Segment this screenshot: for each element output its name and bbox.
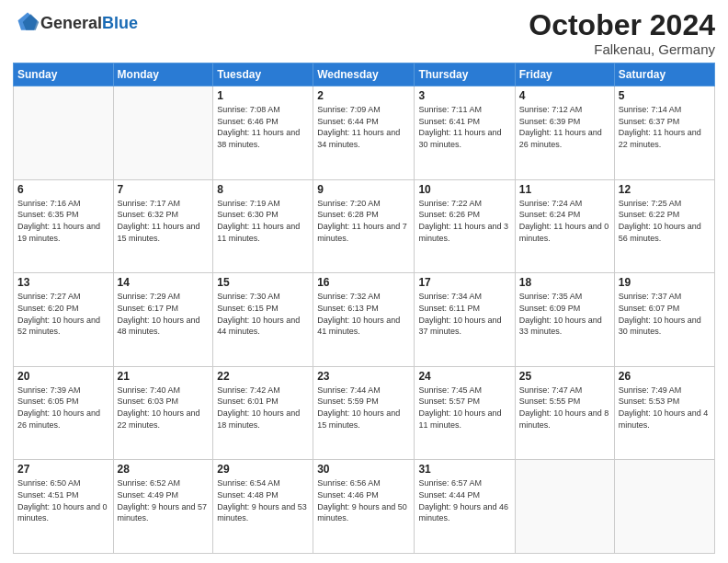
day-info: Sunrise: 7:34 AM Sunset: 6:11 PM Dayligh…	[418, 291, 510, 337]
day-number: 3	[418, 89, 510, 102]
day-number: 15	[217, 276, 309, 289]
day-number: 20	[17, 370, 109, 383]
logo-blue: Blue	[102, 14, 138, 32]
calendar-day-cell: 20Sunrise: 7:39 AM Sunset: 6:05 PM Dayli…	[14, 366, 114, 460]
day-info: Sunrise: 7:11 AM Sunset: 6:41 PM Dayligh…	[418, 104, 510, 150]
logo-general: General	[40, 14, 102, 32]
calendar-day-cell	[515, 460, 614, 554]
calendar-day-cell: 14Sunrise: 7:29 AM Sunset: 6:17 PM Dayli…	[113, 273, 213, 367]
day-info: Sunrise: 7:35 AM Sunset: 6:09 PM Dayligh…	[519, 291, 610, 337]
calendar-day-cell: 4Sunrise: 7:12 AM Sunset: 6:39 PM Daylig…	[515, 86, 614, 180]
header-wednesday: Wednesday	[313, 63, 415, 86]
day-number: 24	[418, 370, 510, 383]
header: GeneralBlue October 2024 Falkenau, Germa…	[13, 9, 715, 57]
day-info: Sunrise: 7:49 AM Sunset: 5:53 PM Dayligh…	[619, 385, 711, 431]
calendar-week-row: 13Sunrise: 7:27 AM Sunset: 6:20 PM Dayli…	[14, 273, 715, 367]
day-info: Sunrise: 7:17 AM Sunset: 6:32 PM Dayligh…	[118, 198, 210, 244]
calendar-day-cell	[14, 86, 114, 180]
header-sunday: Sunday	[14, 63, 114, 86]
calendar-day-cell: 12Sunrise: 7:25 AM Sunset: 6:22 PM Dayli…	[614, 179, 714, 273]
day-number: 4	[519, 89, 610, 102]
calendar-day-cell: 11Sunrise: 7:24 AM Sunset: 6:24 PM Dayli…	[515, 179, 614, 273]
calendar-day-cell: 30Sunrise: 6:56 AM Sunset: 4:46 PM Dayli…	[313, 460, 415, 554]
calendar-day-cell: 9Sunrise: 7:20 AM Sunset: 6:28 PM Daylig…	[313, 179, 415, 273]
calendar-day-cell: 31Sunrise: 6:57 AM Sunset: 4:44 PM Dayli…	[415, 460, 515, 554]
day-info: Sunrise: 7:16 AM Sunset: 6:35 PM Dayligh…	[17, 198, 109, 244]
calendar-day-cell: 22Sunrise: 7:42 AM Sunset: 6:01 PM Dayli…	[213, 366, 313, 460]
day-number: 27	[17, 463, 109, 476]
calendar-day-cell: 26Sunrise: 7:49 AM Sunset: 5:53 PM Dayli…	[614, 366, 714, 460]
calendar-day-cell: 29Sunrise: 6:54 AM Sunset: 4:48 PM Dayli…	[213, 460, 313, 554]
calendar-day-cell: 15Sunrise: 7:30 AM Sunset: 6:15 PM Dayli…	[213, 273, 313, 367]
calendar-day-cell: 19Sunrise: 7:37 AM Sunset: 6:07 PM Dayli…	[614, 273, 714, 367]
calendar-week-row: 1Sunrise: 7:08 AM Sunset: 6:46 PM Daylig…	[14, 86, 715, 180]
header-thursday: Thursday	[415, 63, 515, 86]
day-number: 31	[418, 463, 510, 476]
day-number: 26	[619, 370, 711, 383]
calendar-day-cell: 5Sunrise: 7:14 AM Sunset: 6:37 PM Daylig…	[614, 86, 714, 180]
day-number: 19	[619, 276, 711, 289]
calendar-day-cell: 6Sunrise: 7:16 AM Sunset: 6:35 PM Daylig…	[14, 179, 114, 273]
title-block: October 2024 Falkenau, Germany	[529, 9, 715, 57]
day-info: Sunrise: 7:08 AM Sunset: 6:46 PM Dayligh…	[217, 104, 309, 150]
header-friday: Friday	[515, 63, 614, 86]
calendar-day-cell	[614, 460, 714, 554]
day-number: 17	[418, 276, 510, 289]
calendar-week-row: 6Sunrise: 7:16 AM Sunset: 6:35 PM Daylig…	[14, 179, 715, 273]
calendar-day-cell: 28Sunrise: 6:52 AM Sunset: 4:49 PM Dayli…	[113, 460, 213, 554]
calendar-day-cell: 23Sunrise: 7:44 AM Sunset: 5:59 PM Dayli…	[313, 366, 415, 460]
header-tuesday: Tuesday	[213, 63, 313, 86]
calendar-day-cell: 7Sunrise: 7:17 AM Sunset: 6:32 PM Daylig…	[113, 179, 213, 273]
calendar-day-cell	[113, 86, 213, 180]
day-info: Sunrise: 7:37 AM Sunset: 6:07 PM Dayligh…	[619, 291, 711, 337]
calendar-day-cell: 3Sunrise: 7:11 AM Sunset: 6:41 PM Daylig…	[415, 86, 515, 180]
day-info: Sunrise: 7:09 AM Sunset: 6:44 PM Dayligh…	[317, 104, 410, 150]
location-subtitle: Falkenau, Germany	[529, 41, 715, 57]
calendar-day-cell: 17Sunrise: 7:34 AM Sunset: 6:11 PM Dayli…	[415, 273, 515, 367]
day-info: Sunrise: 7:19 AM Sunset: 6:30 PM Dayligh…	[217, 198, 309, 244]
day-number: 25	[519, 370, 610, 383]
header-monday: Monday	[113, 63, 213, 86]
day-info: Sunrise: 7:20 AM Sunset: 6:28 PM Dayligh…	[317, 198, 410, 244]
day-number: 21	[118, 370, 210, 383]
calendar-day-cell: 13Sunrise: 7:27 AM Sunset: 6:20 PM Dayli…	[14, 273, 114, 367]
day-info: Sunrise: 6:52 AM Sunset: 4:49 PM Dayligh…	[118, 477, 210, 523]
day-number: 14	[118, 276, 210, 289]
day-info: Sunrise: 7:24 AM Sunset: 6:24 PM Dayligh…	[519, 198, 610, 244]
calendar-day-cell: 27Sunrise: 6:50 AM Sunset: 4:51 PM Dayli…	[14, 460, 114, 554]
day-info: Sunrise: 7:29 AM Sunset: 6:17 PM Dayligh…	[118, 291, 210, 337]
day-info: Sunrise: 7:39 AM Sunset: 6:05 PM Dayligh…	[17, 385, 109, 431]
calendar-day-cell: 10Sunrise: 7:22 AM Sunset: 6:26 PM Dayli…	[415, 179, 515, 273]
calendar-day-cell: 2Sunrise: 7:09 AM Sunset: 6:44 PM Daylig…	[313, 86, 415, 180]
day-number: 28	[118, 463, 210, 476]
day-number: 22	[217, 370, 309, 383]
header-saturday: Saturday	[614, 63, 714, 86]
calendar-header-row: Sunday Monday Tuesday Wednesday Thursday…	[14, 63, 715, 86]
day-number: 23	[317, 370, 410, 383]
day-info: Sunrise: 7:40 AM Sunset: 6:03 PM Dayligh…	[118, 385, 210, 431]
day-number: 9	[317, 183, 410, 196]
day-number: 6	[17, 183, 109, 196]
day-number: 10	[418, 183, 510, 196]
day-info: Sunrise: 7:27 AM Sunset: 6:20 PM Dayligh…	[17, 291, 109, 337]
calendar-week-row: 20Sunrise: 7:39 AM Sunset: 6:05 PM Dayli…	[14, 366, 715, 460]
day-info: Sunrise: 7:25 AM Sunset: 6:22 PM Dayligh…	[619, 198, 711, 244]
logo-text: GeneralBlue	[40, 15, 138, 33]
day-number: 2	[317, 89, 410, 102]
day-number: 5	[619, 89, 711, 102]
day-info: Sunrise: 7:47 AM Sunset: 5:55 PM Dayligh…	[519, 385, 610, 431]
logo-icon	[15, 9, 40, 35]
day-info: Sunrise: 6:56 AM Sunset: 4:46 PM Dayligh…	[317, 477, 410, 523]
calendar-day-cell: 18Sunrise: 7:35 AM Sunset: 6:09 PM Dayli…	[515, 273, 614, 367]
page: GeneralBlue October 2024 Falkenau, Germa…	[0, 0, 728, 563]
day-info: Sunrise: 7:12 AM Sunset: 6:39 PM Dayligh…	[519, 104, 610, 150]
month-title: October 2024	[529, 9, 715, 41]
day-info: Sunrise: 6:50 AM Sunset: 4:51 PM Dayligh…	[17, 477, 109, 523]
calendar-day-cell: 21Sunrise: 7:40 AM Sunset: 6:03 PM Dayli…	[113, 366, 213, 460]
logo: GeneralBlue	[13, 9, 138, 39]
calendar-day-cell: 25Sunrise: 7:47 AM Sunset: 5:55 PM Dayli…	[515, 366, 614, 460]
day-number: 13	[17, 276, 109, 289]
day-info: Sunrise: 6:57 AM Sunset: 4:44 PM Dayligh…	[418, 477, 510, 523]
day-info: Sunrise: 7:22 AM Sunset: 6:26 PM Dayligh…	[418, 198, 510, 244]
day-number: 29	[217, 463, 309, 476]
